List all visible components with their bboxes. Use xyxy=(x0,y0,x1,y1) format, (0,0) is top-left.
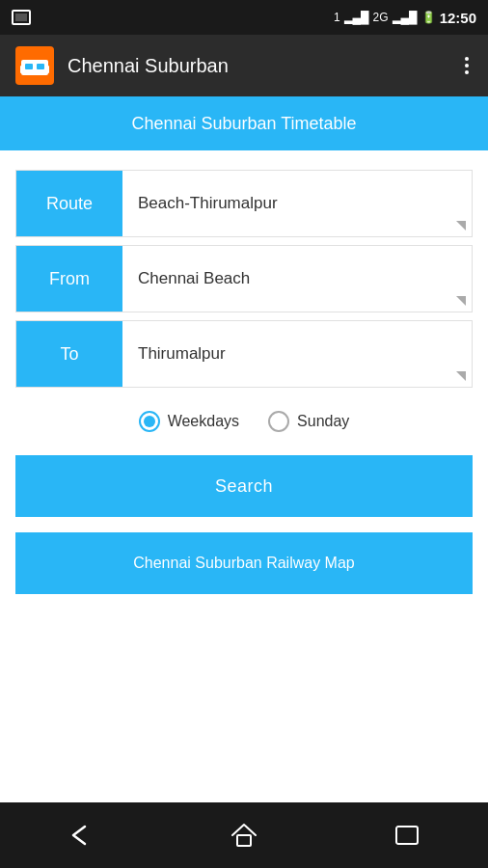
weekdays-radio-inner xyxy=(144,416,155,427)
signal2-icon: ▂▄█ xyxy=(393,11,418,24)
from-value: Chennai Beach xyxy=(138,269,456,288)
from-dropdown-arrow-icon xyxy=(456,296,466,306)
svg-rect-8 xyxy=(237,835,251,846)
overflow-dot-3 xyxy=(465,70,469,74)
route-dropdown[interactable]: Beach-Thirumalpur xyxy=(122,171,472,236)
weekdays-label: Weekdays xyxy=(168,413,239,430)
to-dropdown-arrow-icon xyxy=(456,371,466,381)
svg-rect-7 xyxy=(46,66,49,73)
recents-icon xyxy=(394,825,420,846)
status-bar-left xyxy=(12,10,31,25)
day-selection: Weekdays Sunday xyxy=(15,395,473,448)
svg-rect-3 xyxy=(37,64,44,69)
overflow-dot-2 xyxy=(465,64,469,68)
sunday-label: Sunday xyxy=(297,413,349,430)
recents-button[interactable] xyxy=(378,816,436,854)
from-dropdown[interactable]: Chennai Beach xyxy=(122,246,472,312)
weekdays-radio-outer xyxy=(139,411,160,432)
to-label: To xyxy=(16,321,122,387)
svg-rect-4 xyxy=(29,75,34,80)
content-area: Route Beach-Thirumalpur From Chennai Bea… xyxy=(0,150,488,802)
app-logo-icon xyxy=(15,46,54,85)
sunday-radio[interactable]: Sunday xyxy=(268,411,349,432)
status-bar-right: 1 ▂▄█ 2G ▂▄█ 🔋 12:50 xyxy=(334,10,476,26)
to-row: To Thirumalpur xyxy=(15,320,473,388)
data-icon: 2G xyxy=(373,11,389,24)
screenshot-icon xyxy=(12,10,31,25)
page-title: Chennai Suburban Timetable xyxy=(131,114,356,134)
bottom-nav xyxy=(0,802,488,868)
sunday-radio-circle xyxy=(268,411,289,432)
signal-icon: 1 xyxy=(334,11,340,24)
title-bar: Chennai Suburban Timetable xyxy=(0,96,488,150)
home-button[interactable] xyxy=(215,816,273,854)
signal-strength-icon: ▂▄█ xyxy=(344,11,369,24)
to-dropdown[interactable]: Thirumalpur xyxy=(122,321,472,387)
svg-rect-2 xyxy=(25,64,33,69)
search-button[interactable]: Search xyxy=(15,455,473,517)
status-time: 12:50 xyxy=(440,10,476,26)
status-bar: 1 ▂▄█ 2G ▂▄█ 🔋 12:50 xyxy=(0,0,488,35)
from-label: From xyxy=(16,246,122,312)
svg-rect-6 xyxy=(20,66,23,73)
to-value: Thirumalpur xyxy=(138,344,456,364)
from-row: From Chennai Beach xyxy=(15,245,473,312)
app-bar: Chennai Suburban xyxy=(0,35,488,96)
overflow-menu-button[interactable] xyxy=(461,53,473,78)
route-label: Route xyxy=(16,171,122,236)
overflow-dot-1 xyxy=(465,57,469,61)
back-arrow-icon xyxy=(68,825,95,846)
route-row: Route Beach-Thirumalpur xyxy=(15,170,473,237)
app-title: Chennai Suburban xyxy=(68,55,461,77)
home-icon xyxy=(230,823,258,848)
map-button[interactable]: Chennai Suburban Railway Map xyxy=(15,532,473,594)
route-dropdown-arrow-icon xyxy=(456,221,466,231)
svg-rect-5 xyxy=(36,75,41,80)
route-value: Beach-Thirumalpur xyxy=(138,194,456,213)
back-button[interactable] xyxy=(52,816,110,854)
svg-rect-9 xyxy=(396,827,418,844)
battery-icon: 🔋 xyxy=(421,11,436,24)
weekdays-radio[interactable]: Weekdays xyxy=(139,411,239,432)
